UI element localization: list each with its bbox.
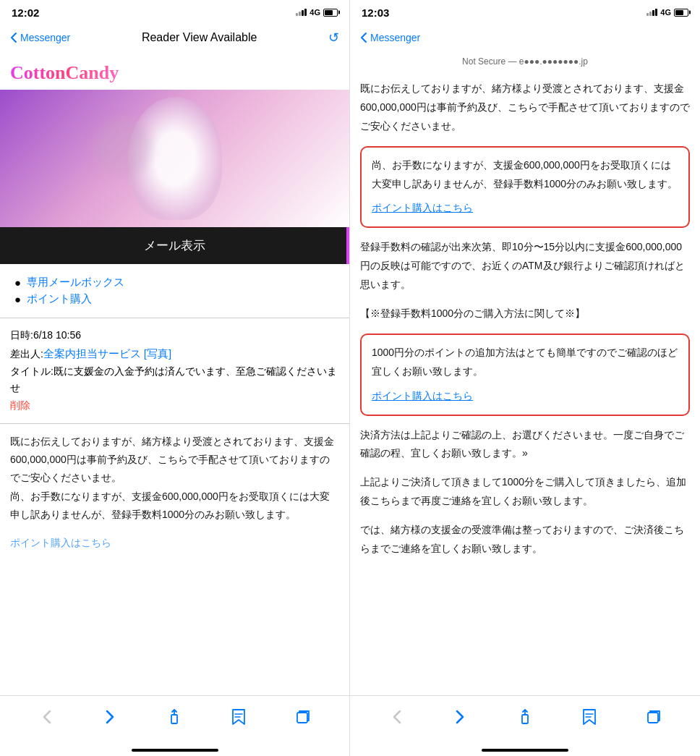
right-paragraph-6: 決済方法は上記よりご確認の上、お選びくださいませ。一度ご自身でご確認の程、宜しく… bbox=[360, 426, 690, 464]
right-tabs-button[interactable] bbox=[639, 702, 668, 731]
right-nav-bar: Messenger bbox=[350, 22, 700, 54]
left-bottom-toolbar bbox=[0, 695, 349, 746]
highlighted-2-text: 1000円分のポイントの追加方法はとても簡単ですのでご確認のほど宜しくお願い致し… bbox=[372, 344, 678, 381]
cotton-candy-logo: CottonCandy bbox=[0, 54, 349, 90]
partial-link[interactable]: ポイント購入はこちら bbox=[0, 532, 349, 554]
email-sender: 差出人:全案内担当サービス [写真] bbox=[10, 344, 339, 363]
forward-button[interactable] bbox=[96, 702, 125, 731]
photo-link[interactable]: [写真] bbox=[144, 347, 171, 360]
bookmarks-button[interactable] bbox=[224, 702, 253, 731]
svg-rect-2 bbox=[522, 715, 528, 723]
highlighted-2-link[interactable]: ポイント購入はこちら bbox=[372, 390, 473, 402]
back-button[interactable] bbox=[32, 702, 61, 731]
sender-label: 差出人: bbox=[10, 348, 43, 360]
right-url-bar: Not Secure — e●●●.●●●●●●●.jp bbox=[350, 54, 700, 71]
left-battery-icon bbox=[323, 9, 338, 17]
menu-items: ● 専用メールボックス ● ポイント購入 bbox=[0, 264, 349, 318]
menu-item-mailbox[interactable]: ● 専用メールボックス bbox=[14, 276, 335, 289]
left-status-icons: 4G bbox=[296, 8, 338, 17]
right-time: 12:03 bbox=[362, 7, 389, 19]
right-network: 4G bbox=[660, 8, 671, 17]
svg-rect-3 bbox=[648, 713, 658, 723]
right-status-bar: 12:03 4G bbox=[350, 0, 700, 22]
left-content: CottonCandy メール表示 ● 専用メールボックス ● ポイント購入 日… bbox=[0, 54, 349, 695]
right-forward-button[interactable] bbox=[446, 702, 475, 731]
right-share-button[interactable] bbox=[511, 702, 539, 731]
right-signal-icon bbox=[646, 9, 657, 16]
right-panel: 12:03 4G Messenger Not Secure — e●●●.●●●… bbox=[350, 0, 700, 756]
left-network: 4G bbox=[310, 8, 320, 17]
highlighted-1-link[interactable]: ポイント購入はこちら bbox=[372, 202, 473, 213]
email-date: 日時:6/18 10:56 bbox=[10, 327, 339, 344]
right-home-bar bbox=[350, 746, 700, 756]
bullet-icon: ● bbox=[14, 276, 21, 289]
right-paragraph-3: 登録手数料の確認が出来次第、即10分〜15分以内に支援金600,000,000円… bbox=[360, 238, 690, 294]
logo-text: CottonCandy bbox=[10, 62, 119, 83]
left-nav-title: Reader View Available bbox=[142, 31, 257, 44]
delete-link[interactable]: 削除 bbox=[10, 399, 30, 411]
mailbox-link[interactable]: 専用メールボックス bbox=[27, 276, 124, 289]
left-signal-icon bbox=[296, 9, 307, 16]
points-link[interactable]: ポイント購入 bbox=[27, 292, 92, 306]
mail-display-button[interactable]: メール表示 bbox=[0, 227, 349, 264]
left-time: 12:02 bbox=[12, 7, 39, 19]
svg-rect-0 bbox=[171, 715, 177, 723]
email-meta: 日時:6/18 10:56 差出人:全案内担当サービス [写真] タイトル:既に… bbox=[0, 318, 349, 424]
email-body: 既にお伝えしておりますが、緒方様より受渡とされております、支援金600,000,… bbox=[0, 424, 349, 532]
sender-link[interactable]: 全案内担当サービス bbox=[43, 347, 141, 360]
left-status-bar: 12:02 4G bbox=[0, 0, 349, 22]
right-paragraph-7: 上記よりご決済して頂きまして1000分をご購入して頂きましたら、追加後こちらまで… bbox=[360, 473, 690, 511]
share-button[interactable] bbox=[160, 702, 189, 731]
menu-item-points[interactable]: ● ポイント購入 bbox=[14, 292, 335, 306]
left-home-bar bbox=[0, 746, 349, 756]
right-bookmarks-button[interactable] bbox=[575, 702, 604, 731]
highlighted-box-1: 尚、お手数になりますが、支援金600,000,000円をお受取頂くには大変申し訳… bbox=[360, 146, 690, 229]
right-battery-icon bbox=[674, 9, 688, 17]
highlighted-box-2: 1000円分のポイントの追加方法はとても簡単ですのでご確認のほど宜しくお願い致し… bbox=[360, 334, 690, 416]
svg-rect-1 bbox=[297, 713, 307, 723]
mail-display-label: メール表示 bbox=[144, 239, 205, 252]
right-back-label: Messenger bbox=[370, 32, 420, 43]
bullet-icon-2: ● bbox=[14, 293, 21, 305]
hero-image bbox=[0, 90, 349, 227]
left-nav-bar: Messenger Reader View Available ↺ bbox=[0, 22, 349, 54]
right-bottom-toolbar bbox=[350, 695, 700, 746]
right-back-nav-button[interactable] bbox=[382, 702, 411, 731]
right-status-icons: 4G bbox=[646, 8, 688, 17]
right-paragraph-8: では、緒方様の支援金の受渡準備は整っておりますので、ご決済後こちらまでご連絡を宜… bbox=[360, 521, 690, 558]
url-text: Not Secure — e●●●.●●●●●●●.jp bbox=[462, 56, 588, 67]
left-reload-button[interactable]: ↺ bbox=[328, 30, 339, 46]
partial-link-text: ポイント購入はこちら bbox=[10, 537, 111, 548]
right-paragraph-1: 既にお伝えしておりますが、緒方様より受渡とされております、支援金600,000,… bbox=[360, 80, 690, 136]
right-paragraph-4: 【※登録手数料1000分のご購入方法に関して※】 bbox=[360, 305, 690, 323]
blur-overlay bbox=[94, 119, 152, 177]
left-panel: 12:02 4G Messenger Reader View Available… bbox=[0, 0, 350, 756]
tabs-button[interactable] bbox=[289, 702, 317, 731]
highlighted-1-text: 尚、お手数になりますが、支援金600,000,000円をお受取頂くには大変申し訳… bbox=[372, 156, 678, 194]
body-paragraph-2: 尚、お手数になりますが、支援金600,000,000円をお受取頂くには大変申し訳… bbox=[10, 488, 339, 524]
right-back-button[interactable]: Messenger bbox=[360, 32, 420, 43]
left-back-button[interactable]: Messenger bbox=[10, 32, 70, 43]
email-title: タイトル:既に支媛金の入金予約は済んでいます、至急ご確認くださいませ bbox=[10, 363, 339, 398]
body-paragraph-1: 既にお伝えしておりますが、緒方様より受渡とされております、支援金600,000,… bbox=[10, 433, 339, 488]
right-content: 既にお伝えしておりますが、緒方様より受渡とされております、支援金600,000,… bbox=[350, 71, 700, 695]
left-back-label: Messenger bbox=[20, 32, 70, 43]
